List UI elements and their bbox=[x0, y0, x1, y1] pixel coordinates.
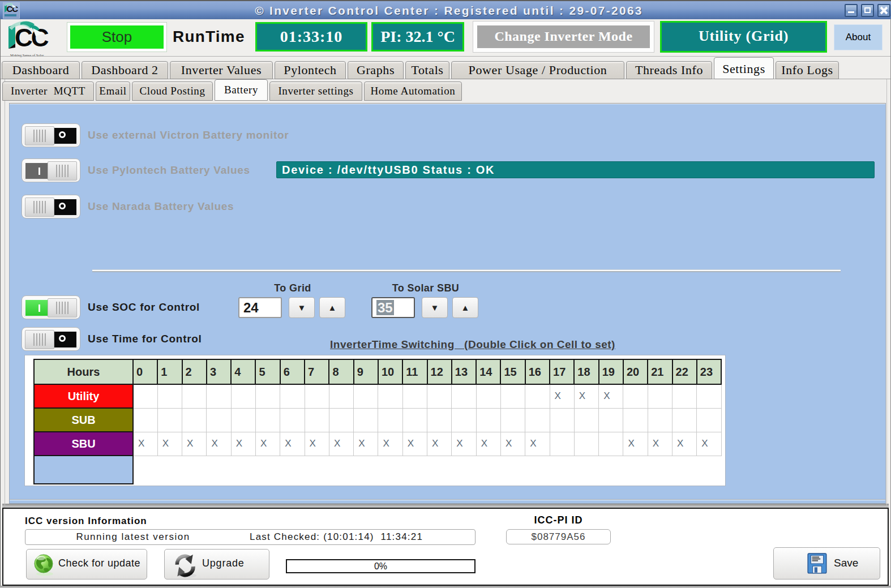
svg-text:CC: CC bbox=[15, 24, 49, 51]
